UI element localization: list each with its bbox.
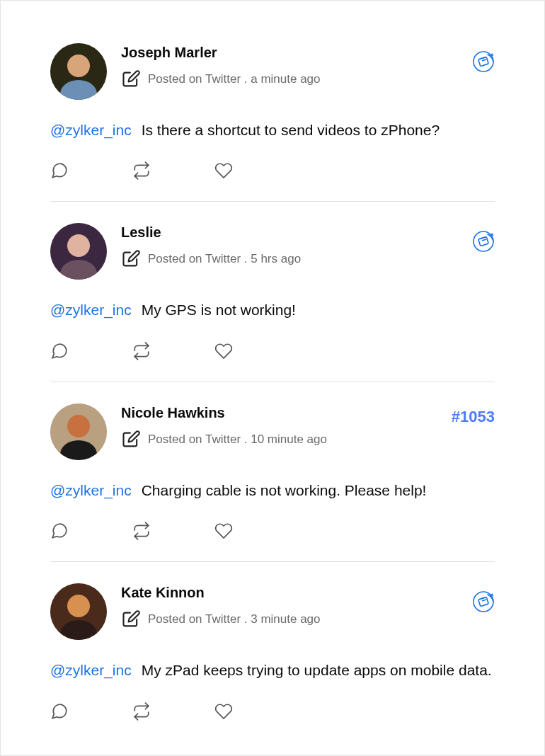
post-item: Joseph Marler Posted on Twitter . a minu… — [50, 43, 495, 202]
svg-point-9 — [67, 234, 90, 257]
svg-point-1 — [67, 55, 90, 77]
post-message: My GPS is not working! — [142, 302, 296, 318]
mention[interactable]: @zylker_inc — [50, 302, 132, 318]
like-icon[interactable] — [214, 702, 233, 721]
like-icon[interactable] — [214, 522, 233, 540]
like-icon[interactable] — [214, 161, 233, 180]
post-body: @zylker_incIs there a shortcut to send v… — [50, 120, 495, 140]
convert-ticket-icon[interactable] — [472, 50, 495, 73]
post-item: Nicole Hawkins Posted on Twitter . 10 mi… — [50, 403, 495, 562]
reply-icon[interactable] — [50, 161, 69, 180]
svg-point-22 — [474, 592, 493, 612]
svg-line-25 — [481, 597, 486, 599]
svg-line-6 — [481, 57, 486, 59]
svg-point-17 — [67, 415, 90, 437]
svg-line-7 — [482, 59, 486, 61]
svg-line-14 — [481, 237, 486, 239]
post-actions — [50, 161, 495, 180]
svg-point-20 — [67, 595, 90, 617]
reply-icon[interactable] — [50, 702, 69, 721]
avatar[interactable] — [50, 43, 107, 100]
author-name[interactable]: Joseph Marler — [121, 45, 458, 61]
posted-source: Posted on Twitter . 5 hrs ago — [148, 252, 301, 266]
mention[interactable]: @zylker_inc — [50, 122, 132, 138]
mention[interactable]: @zylker_inc — [50, 482, 132, 498]
convert-ticket-icon[interactable] — [472, 230, 495, 253]
header-meta: Nicole Hawkins Posted on Twitter . 10 mi… — [121, 403, 437, 449]
post-message: Charging cable is not working. Please he… — [142, 482, 427, 498]
retweet-icon[interactable] — [132, 702, 151, 721]
post-item: Kate Kinnon Posted on Twitter . 3 minute… — [50, 583, 495, 741]
post-actions — [50, 702, 495, 721]
reply-icon[interactable] — [50, 522, 69, 540]
social-feed: Joseph Marler Posted on Twitter . a minu… — [50, 43, 495, 742]
post-actions — [50, 522, 495, 540]
author-name[interactable]: Nicole Hawkins — [121, 405, 437, 421]
ticket-number[interactable]: #1053 — [452, 408, 495, 426]
convert-ticket-icon[interactable] — [472, 590, 495, 613]
post-header: Joseph Marler Posted on Twitter . a minu… — [50, 43, 495, 100]
compose-icon — [121, 249, 141, 269]
posted-source: Posted on Twitter . 3 minute ago — [148, 612, 321, 626]
compose-icon — [121, 609, 141, 629]
author-name[interactable]: Leslie — [121, 224, 458, 241]
retweet-icon[interactable] — [132, 522, 151, 540]
post-body: @zylker_incMy GPS is not working! — [50, 299, 495, 320]
post-actions — [50, 342, 495, 360]
svg-line-15 — [482, 239, 486, 241]
compose-icon — [121, 430, 141, 449]
retweet-icon[interactable] — [132, 161, 151, 180]
svg-point-11 — [474, 231, 493, 251]
avatar[interactable] — [50, 403, 107, 460]
posted-row: Posted on Twitter . 5 hrs ago — [121, 249, 458, 269]
mention[interactable]: @zylker_inc — [50, 662, 132, 678]
svg-line-26 — [482, 600, 486, 601]
post-message: My zPad keeps trying to update apps on m… — [142, 662, 492, 678]
header-meta: Kate Kinnon Posted on Twitter . 3 minute… — [121, 583, 458, 629]
posted-source: Posted on Twitter . a minute ago — [148, 72, 321, 86]
posted-row: Posted on Twitter . 10 minute ago — [121, 430, 437, 449]
avatar[interactable] — [50, 223, 107, 280]
post-body: @zylker_incCharging cable is not working… — [50, 480, 495, 500]
post-item: Leslie Posted on Twitter . 5 hrs ago @zy… — [50, 223, 495, 382]
author-name[interactable]: Kate Kinnon — [121, 585, 458, 601]
header-meta: Leslie Posted on Twitter . 5 hrs ago — [121, 223, 458, 269]
post-header: Leslie Posted on Twitter . 5 hrs ago — [50, 223, 495, 280]
like-icon[interactable] — [214, 342, 233, 360]
reply-icon[interactable] — [50, 342, 69, 360]
compose-icon — [121, 69, 141, 89]
post-body: @zylker_incMy zPad keeps trying to updat… — [50, 660, 495, 680]
post-message: Is there a shortcut to send videos to zP… — [142, 122, 440, 138]
retweet-icon[interactable] — [132, 342, 151, 360]
post-header: Nicole Hawkins Posted on Twitter . 10 mi… — [50, 403, 495, 460]
svg-point-3 — [474, 52, 493, 71]
posted-source: Posted on Twitter . 10 minute ago — [148, 433, 327, 447]
header-meta: Joseph Marler Posted on Twitter . a minu… — [121, 43, 458, 89]
posted-row: Posted on Twitter . 3 minute ago — [121, 609, 458, 629]
avatar[interactable] — [50, 583, 107, 640]
post-header: Kate Kinnon Posted on Twitter . 3 minute… — [50, 583, 495, 640]
posted-row: Posted on Twitter . a minute ago — [121, 69, 458, 89]
